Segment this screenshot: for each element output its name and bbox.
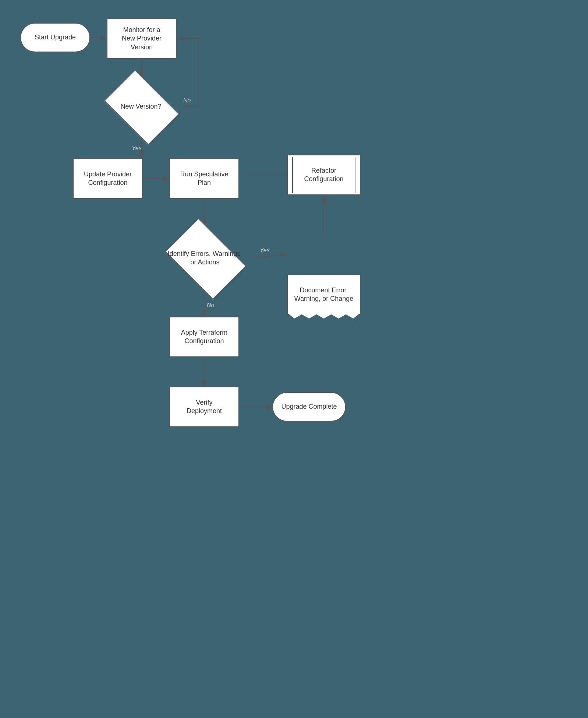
apply-terraform-label: Apply TerraformConfiguration bbox=[181, 328, 228, 346]
identify-errors-label: Identify Errors, Warnings,or Actions bbox=[168, 250, 242, 267]
refactor-node: RefactorConfiguration bbox=[287, 155, 361, 195]
refactor-label: RefactorConfiguration bbox=[304, 166, 343, 184]
update-provider-label: Update ProviderConfiguration bbox=[84, 170, 132, 187]
identify-errors-node: Identify Errors, Warnings,or Actions bbox=[159, 226, 251, 290]
new-version-label: New Version? bbox=[120, 102, 161, 111]
new-version-node: New Version? bbox=[99, 77, 183, 136]
svg-line-5 bbox=[255, 254, 288, 258]
yes-label-errors: Yes bbox=[260, 247, 270, 253]
monitor-node: Monitor for aNew ProviderVersion bbox=[107, 18, 177, 59]
complete-label: Upgrade Complete bbox=[281, 402, 337, 411]
yes-label-update: Yes bbox=[132, 145, 142, 151]
svg-line-1 bbox=[90, 38, 107, 39]
flowchart-container: No Yes Yes No Start Upgrade Monitor for … bbox=[0, 0, 588, 718]
document-error-node: Document Error,Warning, or Change bbox=[287, 274, 361, 315]
document-error-label: Document Error,Warning, or Change bbox=[294, 286, 353, 303]
no-label-monitor: No bbox=[183, 97, 191, 103]
verify-node: VerifyDeployment bbox=[169, 387, 239, 427]
verify-label: VerifyDeployment bbox=[187, 398, 222, 416]
new-version-diamond-inner: New Version? bbox=[99, 77, 183, 136]
complete-node: Upgrade Complete bbox=[272, 392, 346, 422]
run-speculative-label: Run SpeculativePlan bbox=[180, 170, 228, 187]
monitor-label: Monitor for aNew ProviderVersion bbox=[122, 26, 162, 52]
apply-terraform-node: Apply TerraformConfiguration bbox=[169, 317, 239, 357]
run-speculative-node: Run SpeculativePlan bbox=[169, 158, 239, 199]
start-label: Start Upgrade bbox=[35, 33, 76, 42]
update-provider-node: Update ProviderConfiguration bbox=[73, 158, 143, 199]
connectors-svg: No Yes Yes No bbox=[0, 0, 588, 718]
identify-errors-diamond-inner: Identify Errors, Warnings,or Actions bbox=[159, 226, 251, 290]
no-label-apply: No bbox=[207, 302, 215, 308]
start-node: Start Upgrade bbox=[20, 23, 90, 52]
